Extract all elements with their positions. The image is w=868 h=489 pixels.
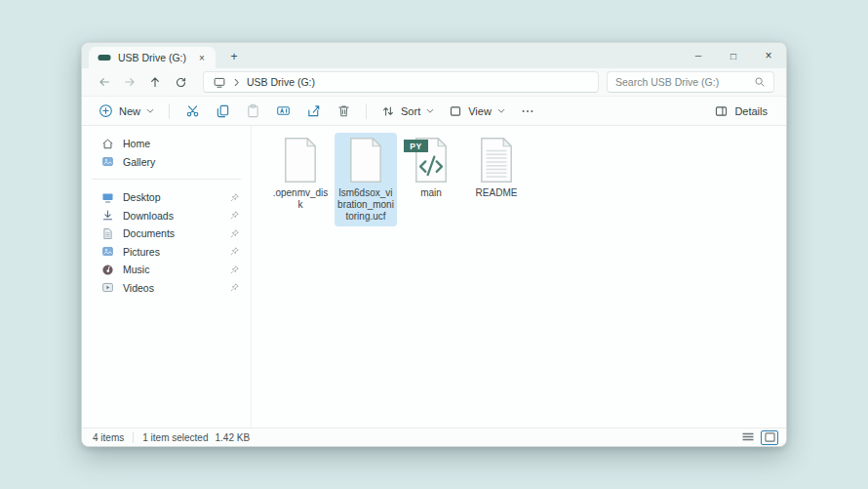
- search-icon: [754, 76, 766, 88]
- desktop-icon: [101, 191, 114, 204]
- navigation-pane: Home Gallery Desktop Downloads Documents…: [82, 126, 252, 428]
- sort-button[interactable]: Sort: [375, 100, 441, 123]
- plus-circle-icon: [99, 103, 113, 118]
- view-icon: [449, 104, 462, 118]
- cut-button[interactable]: [178, 100, 207, 123]
- forward-button[interactable]: [117, 70, 142, 94]
- breadcrumb-location[interactable]: USB Drive (G:): [247, 76, 315, 88]
- view-button-label: View: [468, 105, 492, 117]
- ellipsis-icon: [521, 104, 534, 118]
- pin-icon[interactable]: [229, 246, 240, 257]
- file-item[interactable]: PY main: [400, 133, 462, 203]
- window-controls: ─ □ ×: [681, 43, 786, 68]
- pin-icon[interactable]: [229, 282, 240, 293]
- minimize-button[interactable]: ─: [681, 43, 716, 68]
- sidebar-item-label: Desktop: [123, 191, 161, 203]
- this-pc-icon: [213, 76, 226, 89]
- rename-icon: [276, 103, 291, 118]
- file-item[interactable]: README: [465, 133, 528, 203]
- python-badge: PY: [404, 140, 428, 152]
- sidebar-pinned-section: Desktop Downloads Documents Pictures Mus…: [82, 188, 251, 297]
- sidebar-item-music[interactable]: Music: [85, 261, 248, 279]
- maximize-button[interactable]: □: [716, 43, 751, 68]
- selected-count: 1 item selected: [142, 432, 208, 443]
- copy-button[interactable]: [208, 100, 237, 123]
- documents-icon: [101, 227, 114, 240]
- share-icon: [306, 103, 321, 118]
- pin-icon[interactable]: [229, 210, 240, 221]
- refresh-button[interactable]: [168, 70, 193, 94]
- details-pane-button[interactable]: Details: [707, 100, 774, 123]
- details-view-toggle[interactable]: [739, 430, 757, 445]
- navigation-bar: USB Drive (G:): [82, 68, 786, 96]
- tab-title: USB Drive (G:): [118, 52, 187, 63]
- sidebar-item-label: Documents: [123, 227, 175, 239]
- items-count: 4 items: [93, 432, 124, 443]
- up-button[interactable]: [142, 70, 168, 94]
- desktop: { "window": { "tab_title": "USB Drive (G…: [0, 0, 868, 489]
- sidebar-item-label: Downloads: [123, 210, 174, 222]
- sidebar-item-label: Pictures: [123, 246, 160, 258]
- new-tab-button[interactable]: +: [223, 47, 245, 66]
- command-toolbar: New: [82, 96, 786, 126]
- new-button[interactable]: New: [92, 100, 161, 123]
- paste-button[interactable]: [238, 100, 267, 123]
- sidebar-item-label: Gallery: [123, 156, 155, 168]
- sidebar-item-gallery[interactable]: Gallery: [85, 153, 248, 172]
- search-input[interactable]: [615, 76, 748, 88]
- chevron-down-icon: [146, 108, 154, 114]
- more-options-button[interactable]: [513, 100, 542, 123]
- search-box[interactable]: [607, 71, 774, 93]
- gallery-icon: [101, 155, 114, 168]
- file-list: .openmv_disk lsm6dsox_vibration_monitori…: [252, 126, 786, 428]
- sidebar-item-home[interactable]: Home: [85, 135, 248, 153]
- details-button-label: Details: [734, 105, 768, 117]
- usb-drive-icon: [98, 54, 111, 61]
- pin-icon[interactable]: [229, 192, 240, 203]
- rename-button[interactable]: [268, 100, 297, 123]
- chevron-down-icon: [497, 108, 505, 114]
- file-name: lsm6dsox_vibration_monitoring.ucf: [337, 187, 394, 223]
- trash-icon: [336, 103, 351, 118]
- sidebar-item-downloads[interactable]: Downloads: [85, 207, 248, 225]
- explorer-body: Home Gallery Desktop Downloads Documents…: [82, 126, 786, 428]
- sidebar-item-desktop[interactable]: Desktop: [85, 188, 248, 207]
- sidebar-item-videos[interactable]: Videos: [85, 279, 248, 298]
- sidebar-item-documents[interactable]: Documents: [85, 224, 248, 243]
- tab-close-icon[interactable]: ×: [194, 50, 210, 65]
- file-item[interactable]: lsm6dsox_vibration_monitoring.ucf: [335, 133, 397, 226]
- sidebar-quick-section: Home Gallery: [82, 135, 251, 171]
- blank-file-icon: [279, 136, 322, 184]
- text-file-icon: [475, 136, 518, 184]
- downloads-icon: [101, 209, 114, 222]
- view-button[interactable]: View: [442, 100, 512, 123]
- file-item[interactable]: .openmv_disk: [269, 133, 332, 215]
- copy-icon: [216, 103, 230, 118]
- chevron-right-icon: [233, 78, 240, 87]
- thumbnail-view-toggle[interactable]: [761, 430, 778, 445]
- pin-icon[interactable]: [229, 265, 240, 275]
- explorer-tab[interactable]: USB Drive (G:) ×: [89, 47, 216, 68]
- delete-button[interactable]: [329, 100, 358, 123]
- home-icon: [101, 138, 114, 150]
- videos-icon: [101, 281, 114, 294]
- blank-file-icon: [344, 136, 387, 184]
- music-icon: [101, 264, 114, 276]
- sidebar-item-label: Music: [123, 264, 149, 275]
- sidebar-separator: [92, 179, 241, 180]
- file-name: README: [476, 187, 518, 199]
- scissors-icon: [185, 103, 200, 118]
- sidebar-item-pictures[interactable]: Pictures: [85, 243, 248, 262]
- sidebar-item-label: Videos: [123, 282, 154, 294]
- paste-icon: [246, 103, 260, 118]
- address-bar[interactable]: USB Drive (G:): [203, 71, 599, 93]
- details-pane-icon: [714, 104, 729, 118]
- pin-icon[interactable]: [229, 228, 240, 239]
- back-button[interactable]: [92, 70, 117, 94]
- sort-icon: [381, 104, 395, 118]
- file-name: main: [420, 187, 442, 199]
- new-button-label: New: [119, 105, 140, 117]
- share-button[interactable]: [298, 100, 328, 123]
- close-button[interactable]: ×: [751, 43, 786, 68]
- python-file-icon: PY: [410, 136, 453, 184]
